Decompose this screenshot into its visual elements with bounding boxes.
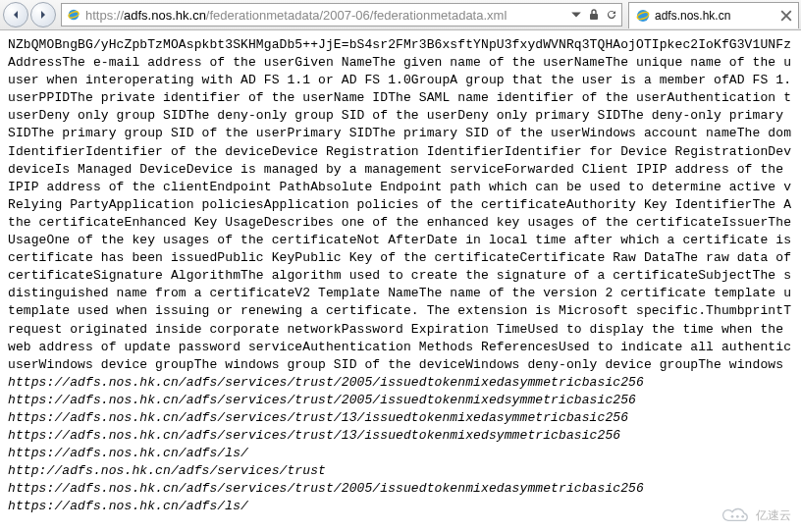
page-content: NZbQMOBngBG/yHcZpbTzMOAspkbt3SKHMgaDb5++… — [0, 30, 801, 524]
url-line: https://adfs.nos.hk.cn/adfs/ls/ — [8, 445, 793, 462]
back-icon — [11, 10, 21, 20]
text-line: SIDThe primary group SID of the userPrim… — [8, 125, 793, 142]
text-line: certificateSignature AlgorithmThe algori… — [8, 267, 793, 285]
refresh-button[interactable] — [604, 7, 619, 23]
forward-button[interactable] — [30, 2, 56, 27]
url-text: https://adfs.nos.hk.cn/federationmetadat… — [85, 8, 566, 23]
forward-icon — [38, 10, 48, 20]
text-line: certificate has been issuedPublic KeyPub… — [8, 249, 793, 267]
text-line: userDeny only group SIDThe deny-only gro… — [8, 107, 793, 125]
watermark-text: 亿速云 — [756, 507, 791, 524]
text-line: distinguished name from a certificateV2 … — [8, 285, 793, 302]
ie-icon — [66, 7, 81, 23]
url-line: https://adfs.nos.hk.cn/adfs/services/tru… — [8, 480, 793, 498]
text-line: deviceIs Managed DeviceDevice is managed… — [8, 161, 793, 179]
back-button[interactable] — [3, 2, 28, 27]
cloud-icon — [721, 506, 752, 524]
tab-close-button[interactable] — [780, 10, 792, 22]
ssl-lock[interactable] — [586, 7, 602, 23]
text-line: UsageOne of the key usages of the certif… — [8, 232, 793, 249]
url-controls — [566, 7, 621, 23]
text-line: template used when issuing or renewing a… — [8, 302, 793, 320]
svg-point-5 — [731, 515, 734, 518]
ie-icon — [635, 8, 651, 24]
text-line: NZbQMOBngBG/yHcZpbTzMOAspkbt3SKHMgaDb5++… — [8, 36, 793, 54]
svg-rect-2 — [590, 14, 598, 20]
text-line: userWindows device groupThe windows grou… — [8, 356, 793, 374]
text-line: web address of update password serviceAu… — [8, 339, 793, 356]
svg-point-6 — [736, 515, 739, 518]
text-line: request originated inside corporate netw… — [8, 321, 793, 339]
text-line: IPIP address of the clientEndpoint PathA… — [8, 179, 793, 196]
text-line: Relying PartyApplication policiesApplica… — [8, 196, 793, 214]
text-line: AddressThe e-mail address of the userGiv… — [8, 54, 793, 72]
lock-icon — [588, 9, 600, 21]
text-line: user when interoperating with AD FS 1.1 … — [8, 72, 793, 89]
chevron-down-icon — [570, 9, 582, 21]
url-line: http://adfs.nos.hk.cn/adfs/services/trus… — [8, 462, 793, 480]
svg-point-3 — [637, 10, 649, 22]
tab-title: adfs.nos.hk.cn — [655, 9, 780, 23]
text-line: the certificateEnhanced Key UsageDescrib… — [8, 214, 793, 232]
browser-toolbar: https://adfs.nos.hk.cn/federationmetadat… — [0, 0, 801, 30]
url-line: https://adfs.nos.hk.cn/adfs/ls/ — [8, 498, 793, 515]
dropdown-button[interactable] — [568, 7, 584, 23]
url-line: https://adfs.nos.hk.cn/adfs/services/tru… — [8, 392, 793, 409]
watermark: 亿速云 — [721, 506, 791, 524]
svg-point-7 — [741, 515, 744, 518]
text-line: userPPIDThe private identifier of the us… — [8, 89, 793, 107]
refresh-icon — [606, 9, 617, 21]
address-bar[interactable]: https://adfs.nos.hk.cn/federationmetadat… — [61, 3, 622, 27]
browser-tab[interactable]: adfs.nos.hk.cn — [628, 2, 799, 28]
url-line: https://adfs.nos.hk.cn/adfs/services/tru… — [8, 427, 793, 445]
close-icon — [780, 10, 792, 22]
url-line: https://adfs.nos.hk.cn/adfs/services/tru… — [8, 409, 793, 427]
url-line: https://adfs.nos.hk.cn/adfs/services/tru… — [8, 374, 793, 392]
text-line: IdentifierIdentifier of the deviceDevice… — [8, 143, 793, 161]
